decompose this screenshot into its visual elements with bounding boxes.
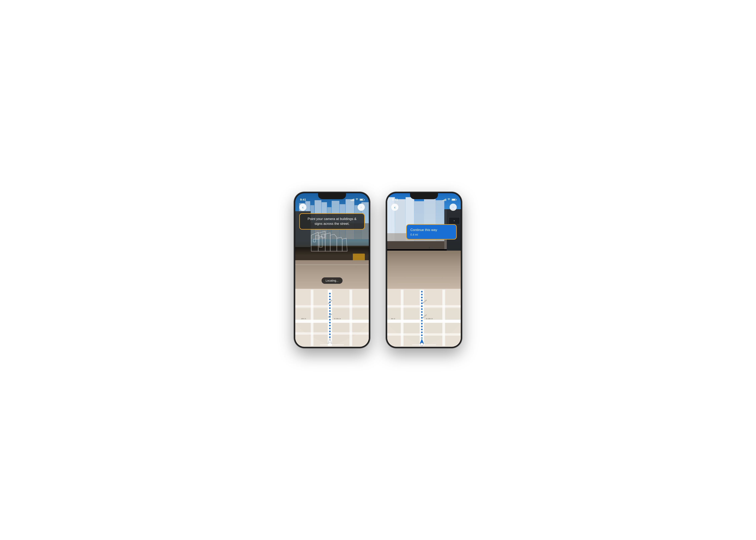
svg-point-38 <box>329 319 331 321</box>
main-container: 9:41 <box>286 184 470 356</box>
locating-badge: Locating... <box>322 277 343 284</box>
svg-point-41 <box>329 310 331 312</box>
svg-rect-28 <box>349 290 352 346</box>
more-icon-left: ⋮ <box>361 206 362 208</box>
status-time-left: 9:41 <box>300 198 306 201</box>
svg-point-87 <box>421 305 423 307</box>
svg-point-35 <box>329 328 331 329</box>
svg-marker-20 <box>342 238 347 251</box>
svg-text:26th St: 26th St <box>301 318 306 320</box>
battery-icon-left <box>360 199 364 201</box>
notch-right <box>410 193 438 199</box>
svg-point-92 <box>421 291 423 292</box>
status-icons-right <box>443 198 456 201</box>
more-button-left[interactable]: ⋮ <box>358 203 365 211</box>
map-overlay-right: 6th Ave W 26th St 6th St 6th Ave <box>387 289 461 347</box>
svg-point-90 <box>421 297 423 298</box>
svg-point-47 <box>329 293 331 294</box>
locating-text: Locating... <box>326 279 339 282</box>
svg-point-42 <box>329 307 331 309</box>
svg-rect-26 <box>295 320 369 323</box>
svg-point-81 <box>421 323 423 325</box>
instruction-card-navigate: Continue this way 0.4 mi <box>406 224 457 240</box>
svg-marker-18 <box>330 234 337 251</box>
battery-icon-right <box>452 199 456 201</box>
svg-marker-19 <box>337 237 342 251</box>
svg-point-36 <box>329 325 331 327</box>
svg-text:W 26th St: W 26th St <box>426 318 433 320</box>
svg-rect-27 <box>311 290 313 346</box>
more-icon-right: ⋮ <box>453 206 454 208</box>
back-button-right[interactable]: ‹ <box>391 203 398 211</box>
svg-point-43 <box>329 304 331 306</box>
svg-rect-73 <box>387 305 461 308</box>
more-button-right[interactable]: ⋮ <box>450 203 457 211</box>
svg-rect-71 <box>401 290 403 346</box>
map-overlay-left: 6th Ave W 26th St 26th St 6th AVE <box>295 289 369 347</box>
instruction-card-scanning: Point your camera at buildings & signs a… <box>299 213 365 230</box>
svg-rect-74 <box>387 333 461 336</box>
svg-point-77 <box>421 335 423 336</box>
home-indicator-right <box>412 344 436 345</box>
back-button-left[interactable]: ‹ <box>299 203 306 211</box>
svg-rect-30 <box>295 333 369 335</box>
svg-point-34 <box>329 331 331 332</box>
back-icon-right: ‹ <box>394 205 395 209</box>
svg-rect-72 <box>442 290 445 346</box>
svg-marker-17 <box>325 233 330 251</box>
svg-point-37 <box>329 322 331 324</box>
svg-point-85 <box>421 311 423 313</box>
svg-point-33 <box>329 334 331 335</box>
wifi-icon-right <box>447 198 450 201</box>
svg-rect-21 <box>316 235 319 239</box>
status-icons-left <box>351 198 364 201</box>
back-icon-left: ‹ <box>302 205 304 209</box>
signal-icon-left <box>351 199 354 201</box>
svg-point-82 <box>421 320 423 322</box>
svg-point-80 <box>421 326 423 328</box>
svg-point-84 <box>421 314 423 316</box>
svg-point-91 <box>421 294 423 295</box>
svg-point-78 <box>421 332 423 333</box>
phone-navigating: 9:41 <box>386 192 462 348</box>
phone-scanning: 9:41 <box>294 192 370 348</box>
status-time-right: 9:41 <box>392 198 398 201</box>
svg-point-46 <box>329 296 331 297</box>
home-indicator-left <box>320 344 344 345</box>
navigate-main-text: Continue this way <box>410 227 453 232</box>
svg-point-86 <box>421 308 423 310</box>
instruction-text: Point your camera at buildings & signs a… <box>303 216 361 226</box>
svg-point-32 <box>329 337 331 338</box>
notch <box>318 193 346 199</box>
svg-rect-29 <box>295 305 369 308</box>
svg-rect-23 <box>313 239 316 242</box>
wifi-icon-left <box>356 198 359 201</box>
navigate-distance-text: 0.4 mi <box>410 233 453 236</box>
svg-point-79 <box>421 329 423 330</box>
map-svg-left: 6th Ave W 26th St 26th St 6th AVE <box>295 289 369 347</box>
svg-point-45 <box>329 299 331 300</box>
svg-text:W 26th St: W 26th St <box>334 318 341 320</box>
signal-icon-right <box>443 199 446 201</box>
map-svg-right: 6th Ave W 26th St 6th St 6th Ave <box>387 289 461 347</box>
svg-point-89 <box>421 300 423 301</box>
svg-text:6th St: 6th St <box>391 318 395 320</box>
svg-rect-70 <box>387 320 461 323</box>
